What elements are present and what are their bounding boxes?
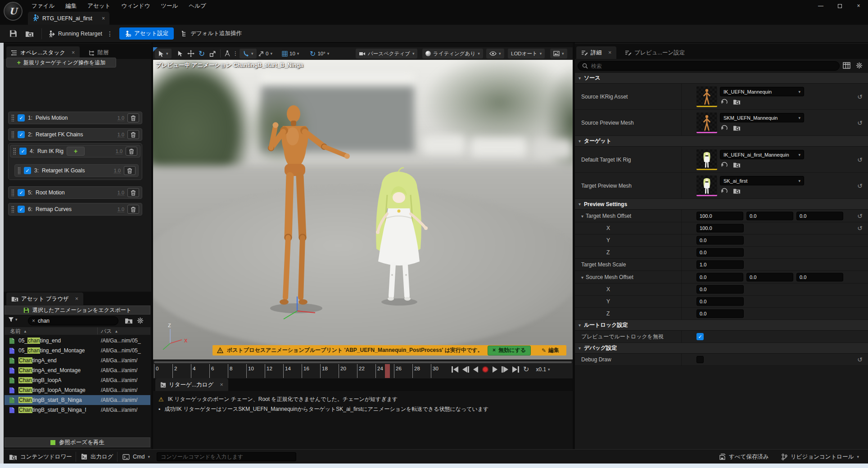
tab-asset-browser[interactable]: アセット ブラウザ× bbox=[6, 292, 83, 305]
content-drawer-button[interactable]: コンテンツドロワー bbox=[9, 450, 72, 464]
use-selected-asset-icon[interactable] bbox=[721, 188, 728, 195]
add-retarget-op-button[interactable]: +新規リターゲティング操作を追加 bbox=[6, 58, 116, 68]
details-section-header[interactable]: ▾ターゲット bbox=[575, 136, 868, 147]
y-input[interactable]: 0.0 bbox=[746, 273, 793, 281]
x-input[interactable]: 0.0 bbox=[696, 273, 743, 281]
details-section-header[interactable]: ▾ソース bbox=[575, 73, 868, 84]
op-enabled-checkbox[interactable]: ✓ bbox=[19, 148, 27, 155]
playhead[interactable] bbox=[385, 364, 390, 378]
drag-handle-icon[interactable] bbox=[11, 206, 14, 213]
console-command-input[interactable] bbox=[161, 454, 287, 460]
browse-to-asset-icon[interactable] bbox=[733, 125, 741, 132]
scale-tool-icon[interactable] bbox=[208, 49, 217, 58]
close-tab-icon[interactable]: × bbox=[72, 50, 75, 56]
property-checkbox[interactable]: ✓ bbox=[696, 333, 704, 340]
asset-search-input[interactable] bbox=[38, 318, 101, 324]
revision-control-button[interactable]: リビジョンコントロール▾ bbox=[781, 450, 859, 464]
collapse-arrow-icon[interactable]: ▾ bbox=[579, 323, 581, 328]
expand-arrow-icon[interactable]: ▾ bbox=[581, 275, 583, 280]
cmd-selector[interactable]: Cmd▾ bbox=[122, 450, 150, 464]
value-input[interactable]: 0.0 bbox=[696, 285, 744, 294]
op-enabled-checkbox[interactable]: ✓ bbox=[18, 206, 25, 213]
reset-to-default-icon[interactable]: ↺ bbox=[857, 93, 863, 100]
delete-op-button[interactable] bbox=[127, 130, 139, 139]
browse-to-asset-button[interactable] bbox=[21, 27, 38, 40]
menu-item-2[interactable]: アセット bbox=[82, 0, 116, 12]
collapse-arrow-icon[interactable]: ▾ bbox=[579, 202, 581, 207]
step-backward-button[interactable] bbox=[462, 366, 469, 373]
value-input[interactable]: 0.0 bbox=[696, 248, 744, 257]
value-input[interactable]: 1.0 bbox=[696, 261, 744, 269]
select-tool-icon[interactable] bbox=[176, 49, 185, 58]
op-enabled-checkbox[interactable]: ✓ bbox=[18, 114, 25, 122]
value-input[interactable]: 0.0 bbox=[696, 236, 744, 245]
expand-arrow-icon[interactable]: ▾ bbox=[581, 214, 583, 219]
asset-dropdown[interactable]: SKM_UEFN_Mannequin▾ bbox=[720, 113, 804, 122]
use-selected-asset-icon[interactable] bbox=[721, 162, 728, 169]
delete-op-button[interactable] bbox=[126, 147, 137, 156]
z-input[interactable]: 0.0 bbox=[796, 212, 843, 220]
rotation-snap-control[interactable]: ↻10°▾ bbox=[310, 49, 329, 58]
drag-handle-icon[interactable] bbox=[11, 131, 14, 138]
op-weight-field[interactable]: 1.0 bbox=[118, 132, 124, 138]
collapse-arrow-icon[interactable]: ▾ bbox=[579, 76, 581, 81]
z-input[interactable]: 0.0 bbox=[796, 273, 843, 281]
asset-row[interactable]: ChantingA_end_Montage /All/Ga...i/anim/ bbox=[5, 365, 150, 375]
perspective-selector[interactable]: パースペクティブ▾ bbox=[356, 49, 417, 58]
playback-speed-selector[interactable]: x0.1▾ bbox=[536, 366, 550, 373]
delete-op-button[interactable] bbox=[127, 188, 139, 197]
delete-op-button[interactable] bbox=[127, 113, 139, 122]
value-input[interactable]: 100.0 bbox=[696, 224, 744, 233]
tab-hierarchy[interactable]: 階層 bbox=[83, 46, 113, 59]
column-path[interactable]: パス▲ bbox=[101, 328, 118, 335]
reset-to-default-icon[interactable]: ↺ bbox=[857, 212, 863, 220]
lod-selector[interactable]: LODオート▾ bbox=[508, 49, 545, 58]
browse-to-asset-icon[interactable] bbox=[733, 99, 741, 106]
asset-thumbnail[interactable] bbox=[696, 149, 717, 170]
filter-button[interactable]: ▾ bbox=[8, 317, 18, 322]
value-input[interactable]: 0.0 bbox=[696, 297, 744, 306]
menu-item-3[interactable]: ウィンドウ bbox=[116, 0, 155, 12]
loop-button[interactable]: ↻ bbox=[523, 366, 529, 373]
output-log-button[interactable]: 出力ログ bbox=[81, 450, 113, 464]
asset-row[interactable]: ChantingB_start_B_Ninga_Mor /All/Ga...i/… bbox=[5, 405, 150, 415]
disable-postprocess-button[interactable]: ×無効にする bbox=[488, 346, 531, 356]
op-item[interactable]: ✓ 1: Pelvis Motion 1.0 bbox=[8, 112, 142, 124]
close-tab-icon[interactable]: × bbox=[75, 296, 78, 302]
console-command-field[interactable] bbox=[157, 452, 296, 461]
drag-handle-icon[interactable] bbox=[11, 189, 14, 196]
export-animations-button[interactable]: 選択したアニメーションをエクスポート bbox=[5, 306, 150, 315]
drag-handle-icon[interactable] bbox=[18, 167, 21, 174]
clear-search-icon[interactable]: × bbox=[32, 318, 35, 324]
move-tool-icon[interactable] bbox=[186, 49, 195, 58]
close-button[interactable]: × bbox=[849, 0, 868, 12]
tab-retarget-log[interactable]: リターゲ...力ログ× bbox=[155, 378, 228, 391]
asset-row[interactable]: ChantingB_start_B_Ninga /All/Ga...i/anim… bbox=[5, 395, 150, 405]
snap-pose-button[interactable]: ▾ bbox=[240, 49, 257, 58]
op-weight-field[interactable]: 1.0 bbox=[118, 115, 124, 121]
collapse-arrow-icon[interactable]: ▾ bbox=[579, 139, 581, 144]
op-item[interactable]: ✓ 3: Retarget IK Goals 1.0 bbox=[14, 164, 139, 177]
to-end-button[interactable] bbox=[512, 366, 519, 373]
menu-item-4[interactable]: ツール bbox=[155, 0, 183, 12]
menu-item-5[interactable]: ヘルプ bbox=[183, 0, 211, 12]
minimize-button[interactable]: — bbox=[811, 0, 830, 12]
delete-op-button[interactable] bbox=[124, 166, 136, 175]
asset-thumbnail[interactable] bbox=[696, 86, 717, 107]
asset-row[interactable]: 05_chanting_end_Montage /All/Ga...nim/05… bbox=[5, 346, 150, 356]
browse-to-asset-icon[interactable] bbox=[733, 188, 741, 195]
delete-op-button[interactable] bbox=[127, 205, 139, 214]
column-divider[interactable] bbox=[97, 328, 98, 334]
asset-row[interactable]: ChantingB_loopA /All/Ga...i/anim/ bbox=[5, 375, 150, 385]
camera-rig-icon[interactable] bbox=[223, 49, 232, 58]
op-item[interactable]: ✓ 2: Retarget FK Chains 1.0 bbox=[8, 128, 142, 141]
to-front-button[interactable] bbox=[452, 366, 458, 373]
asset-row[interactable]: ChantingA_end /All/Ga...i/anim/ bbox=[5, 356, 150, 365]
viewport-kebab-icon[interactable]: ⋮ bbox=[233, 49, 238, 58]
column-name[interactable]: 名前▲ bbox=[10, 328, 27, 335]
tab-rtg-uefn-ai-first[interactable]: RTG_UEFN_ai_first × bbox=[28, 12, 109, 25]
save-status-button[interactable]: すべて保存済み bbox=[719, 450, 769, 464]
details-section-header[interactable]: ▾デバッグ設定 bbox=[575, 343, 868, 354]
reset-to-default-icon[interactable]: ↺ bbox=[857, 156, 863, 163]
op-item[interactable]: ✓ 5: Root Motion 1.0 bbox=[8, 186, 142, 199]
